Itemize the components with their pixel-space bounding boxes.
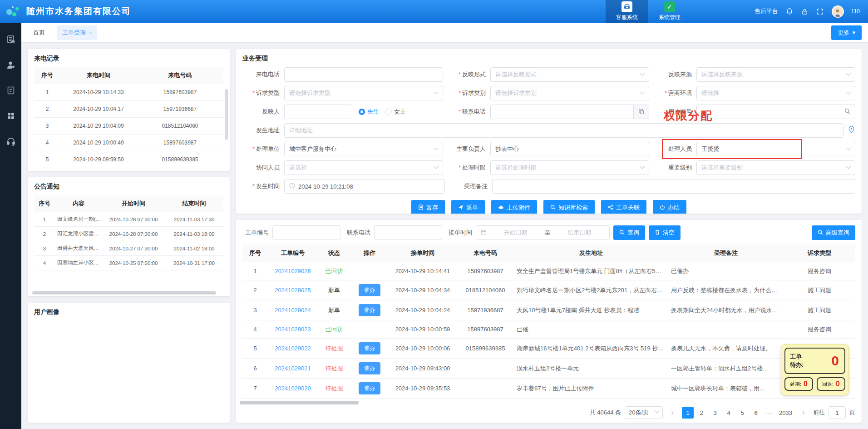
order-row[interactable]: 520241029022待处理催办2024-10-29 10:00:060158…	[242, 339, 855, 359]
table-row[interactable]: 52024-10-29 09:59:50015899639385	[34, 151, 223, 168]
bell-icon[interactable]	[785, 7, 794, 15]
handling-unit-select[interactable]: 城中客户服务中心	[284, 142, 443, 156]
advanced-search-button[interactable]: 高级查询	[812, 225, 855, 240]
order-row[interactable]: 120241029026已回访2024-10-29 10:14:41158976…	[242, 262, 855, 280]
tab-home[interactable]: 首页	[28, 25, 50, 40]
page-number[interactable]: 3	[709, 407, 721, 419]
page-ellipsis[interactable]: ···	[764, 407, 775, 419]
deadline-select[interactable]: 请选择处理时限	[490, 160, 649, 175]
knowledge-search-button[interactable]: 知识库检索	[543, 200, 595, 214]
appeal-type-select[interactable]: 请选择诉求类型	[284, 86, 443, 100]
filter-phone-input[interactable]	[374, 225, 442, 240]
headset-icon[interactable]	[6, 136, 16, 146]
user-avatar[interactable]	[832, 5, 844, 18]
status-badge: 待处理	[326, 365, 343, 372]
order-row[interactable]: 220241029025新单催办2024-10-29 10:04:3401851…	[242, 280, 855, 300]
table-row[interactable]: 1因文峰名居一期(...2024-10-28 07:30:002024-11-0…	[34, 212, 223, 227]
horizontal-scrollbar[interactable]	[32, 291, 216, 294]
urge-button[interactable]: 催办	[359, 342, 380, 354]
order-link-button[interactable]: 工单关联	[601, 200, 646, 214]
address-input[interactable]: 详细地址	[284, 123, 843, 138]
page-number[interactable]: 1	[682, 407, 694, 419]
table-row[interactable]: 4因塞纳左岸小区水...2024-10-25 07:00:002024-10-3…	[34, 256, 223, 270]
reporter-label: 反映人	[242, 108, 284, 116]
vertical-scrollbar[interactable]	[225, 89, 228, 140]
dispatch-button[interactable]: 派单	[451, 200, 485, 214]
search-icon[interactable]	[844, 108, 850, 115]
nav-system-management[interactable]: ✓ 系统管理	[648, 0, 691, 23]
page-number[interactable]: 5	[736, 407, 748, 419]
order-row[interactable]: 720241029020待处理催办2024-10-29 09:35:53岁丰巷6…	[242, 379, 855, 399]
gender-male-radio[interactable]: 先生	[359, 108, 379, 116]
urge-button[interactable]: 催办	[359, 304, 380, 316]
nav-customer-service[interactable]: 客服系统	[606, 0, 648, 23]
reporter-input[interactable]	[284, 105, 352, 119]
call-phone-input[interactable]	[284, 67, 443, 82]
table-row[interactable]: 32024-10-29 10:04:09018512104060	[34, 118, 223, 135]
more-button[interactable]: 更多▾	[831, 25, 862, 40]
location-pin-icon[interactable]	[848, 126, 855, 135]
lock-icon[interactable]	[801, 7, 809, 15]
document-icon[interactable]	[6, 85, 16, 95]
last-page-number[interactable]: 2033	[777, 407, 794, 419]
order-id-link[interactable]: 20241029022	[275, 345, 311, 352]
order-manage-icon[interactable]	[6, 35, 16, 45]
table-row[interactable]: 3因舜井大道天风小...2024-10-27 07:30:002024-11-0…	[34, 241, 223, 256]
back-label: 回退:	[822, 381, 833, 388]
next-page-button[interactable]: ›	[798, 407, 809, 419]
page-number[interactable]: 4	[723, 407, 735, 419]
order-row[interactable]: 420241029023已回访2024-10-29 10:00:59158976…	[242, 320, 855, 339]
save-draft-button[interactable]: 暂存	[411, 200, 445, 214]
handler-select[interactable]: 王赟赟	[696, 142, 855, 156]
order-row[interactable]: 320241029024新单催办2024-10-29 10:04:2415971…	[242, 300, 855, 320]
order-id-link[interactable]: 20241029024	[275, 307, 311, 314]
occur-time-input[interactable]: 2024-10-29 10:21:08	[284, 179, 445, 194]
receive-time: 2024-10-29 10:04:34	[389, 280, 457, 300]
user-number-input[interactable]	[696, 105, 855, 119]
page-number[interactable]: 6	[750, 407, 762, 419]
order-id-link[interactable]: 20241029025	[275, 287, 311, 294]
urge-button[interactable]: 催办	[359, 284, 380, 296]
acceptance-remark-input[interactable]	[492, 179, 855, 194]
copy-icon[interactable]	[633, 105, 649, 119]
appeal-category-select[interactable]: 请选择诉求类别	[490, 86, 649, 100]
urge-button[interactable]: 催办	[359, 362, 380, 374]
delay-label: 延期:	[790, 381, 801, 388]
page-number[interactable]: 2	[695, 407, 707, 419]
urge-button[interactable]: 催办	[359, 382, 380, 394]
date-range-picker[interactable]: 开始日期 至 结束日期	[476, 225, 610, 240]
business-env-select[interactable]: 请选择	[696, 86, 855, 100]
main-leader-input[interactable]: 抄表中心	[490, 142, 649, 156]
table-row[interactable]: 42024-10-29 10:00:4915897603987	[34, 135, 223, 151]
contact-phone-input[interactable]	[490, 105, 649, 119]
fullscreen-icon[interactable]	[816, 7, 824, 15]
tab-work-order[interactable]: 工单受理 ×	[57, 25, 97, 40]
table-row[interactable]: 12024-10-29 10:14:3315897603987	[34, 84, 223, 101]
importance-select[interactable]: 请选择重要级别	[696, 160, 855, 175]
tab-close-icon[interactable]: ×	[89, 30, 92, 35]
table-row[interactable]: 22024-10-29 10:04:1715971936687	[34, 101, 223, 118]
reflect-source-select[interactable]: 请选择反映来源	[696, 67, 855, 82]
gender-female-radio[interactable]: 女士	[385, 108, 406, 116]
user-star-icon[interactable]	[6, 60, 16, 70]
page-size-select[interactable]: 20条/页	[625, 406, 663, 419]
order-id-link[interactable]: 20241029021	[275, 365, 311, 372]
upload-attachment-button[interactable]: 上传附件	[491, 200, 537, 214]
table-row[interactable]: 2因汇龙湾小区需水...2024-10-28 07:30:002024-11-0…	[34, 227, 223, 241]
order-no-input[interactable]	[272, 225, 340, 240]
complete-button[interactable]: 办结	[653, 200, 686, 214]
grid-dashboard-icon[interactable]	[6, 111, 16, 121]
collaborator-select[interactable]: 请选择	[284, 160, 443, 175]
order-row[interactable]: 620241029021待处理催办2024-10-29 09:43:00涢水村五…	[242, 359, 855, 379]
order-id-link[interactable]: 20241029023	[275, 326, 311, 333]
reflect-form-select[interactable]: 请选择反映形式	[490, 67, 649, 82]
order-id-link[interactable]: 20241029020	[275, 385, 311, 392]
search-button[interactable]: 查询	[613, 225, 645, 240]
clear-button[interactable]: 清空	[649, 225, 681, 240]
order-id-link[interactable]: 20241029026	[275, 268, 311, 274]
goto-page-input[interactable]	[829, 406, 846, 419]
aftersale-platform-link[interactable]: 售后平台	[755, 7, 778, 15]
todo-widget[interactable]: 工单待办: 0 延期:0 回退:0	[781, 344, 849, 395]
prev-page-button[interactable]: ‹	[666, 407, 678, 419]
horizontal-scrollbar[interactable]	[240, 401, 359, 404]
